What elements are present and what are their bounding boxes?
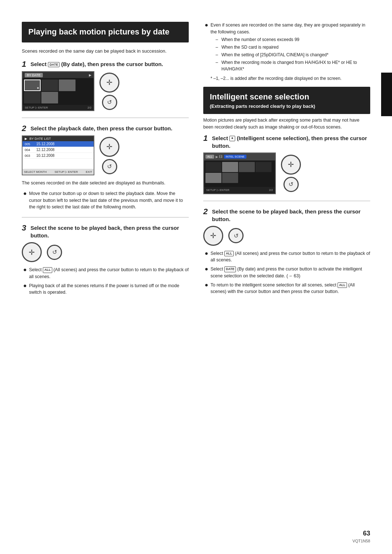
intel-toolbar-all: ALL xyxy=(205,155,214,159)
row-date-3: 10.12.2008 xyxy=(36,154,54,158)
thumb-4 xyxy=(24,92,41,103)
right-bullet-dot-1: ● xyxy=(205,22,208,28)
step-1-number: 1 xyxy=(22,60,28,68)
sub-bullet-2: – When the SD card is repaired xyxy=(216,44,370,50)
divider-2 xyxy=(22,217,189,217)
datelist-footer-mid: SETUP ▷ ENTER xyxy=(54,170,78,174)
thumb-3 xyxy=(59,80,75,91)
row-date-1: 15.12.2008 xyxy=(36,142,54,146)
intel-step-2-number: 2 xyxy=(203,208,210,216)
intel-bullet-dot-1: ● xyxy=(205,250,208,256)
sub-bullets: – When the number of scenes exceeds 99 –… xyxy=(216,36,370,72)
sub-bullet-4: – When the recording mode is changed fro… xyxy=(216,59,370,72)
bullet-dot-1: ● xyxy=(23,191,27,196)
intel-subtitle: (Extracting parts recorded clearly to pl… xyxy=(210,103,364,109)
intel-toolbar-icons: ▶ 🎞 xyxy=(216,155,222,159)
date-badge-intel-2: DATE xyxy=(224,266,236,272)
intel-intro: Motion pictures are played back after ex… xyxy=(203,117,370,131)
bydate-setup: SETUP ▷ ENTER xyxy=(25,106,48,109)
right-top-bullets: ● Even if scenes are recorded on the sam… xyxy=(205,22,370,82)
nav-buttons-step1: ✛ ↺ xyxy=(99,73,119,110)
row-num-3: 003 xyxy=(25,154,33,158)
sub-bullet-4-text: When the recording mode is changed from … xyxy=(221,59,370,72)
intel-thumb-3 xyxy=(239,162,255,172)
thumb-2 xyxy=(41,80,58,91)
step2-note: The scenes recorded on the date selected… xyxy=(22,180,189,187)
sub-dash-2: – xyxy=(216,44,219,50)
intel-bullet-3: ● To return to the intelligent scene sel… xyxy=(205,282,370,296)
step2-bullet-1-text: Move the cursor button up or down to sel… xyxy=(29,190,189,211)
intel-step-1-number: 1 xyxy=(203,134,210,142)
step3-device-row: ✛ ↺ xyxy=(22,242,189,262)
sub-dash-4: – xyxy=(216,59,219,66)
intel-step-1-text: Select ✦ (Intelligent scene selection), … xyxy=(212,134,370,150)
screen-bydate-toolbar: BY DATE ▶ xyxy=(23,72,94,78)
datelist-footer-exit: EXIT xyxy=(86,170,92,174)
left-column: Playing back motion pictures by date Sce… xyxy=(22,22,189,302)
nav-circle-intel-step2-2: ↺ xyxy=(228,228,244,243)
datelist-footer-left: SELECT MONTH xyxy=(24,170,47,174)
datelist-screen: ▶ BY DATE LIST 005 15.12.2008 004 12.12.… xyxy=(22,135,94,175)
intel-setup-label: SETUP ▷ ENTER xyxy=(206,188,229,192)
step3-bullet-2: ● Playing back of all the scenes returns… xyxy=(23,282,189,296)
right-bullet-1-text: Even if scenes are recorded on the same … xyxy=(211,23,365,34)
intel-bullet-dot-3: ● xyxy=(205,282,208,288)
intel-bullet-1: ● Select ALL (All scenes) and press the … xyxy=(205,250,370,264)
sub-bullet-3-text: When the setting of [25pDIGITAL CINEMA] … xyxy=(221,52,328,58)
sub-dash-3: – xyxy=(216,52,219,58)
datelist-icon: ▶ xyxy=(25,137,27,140)
sub-bullet-1: – When the number of scenes exceeds 99 xyxy=(216,36,370,43)
intel-step-2-text: Select the scene to be played back, then… xyxy=(212,208,370,223)
all-badge-step3: ALL xyxy=(43,267,52,273)
intel-step2-bullets: ● Select ALL (All scenes) and press the … xyxy=(205,250,370,296)
section-title-left: Playing back motion pictures by date xyxy=(28,27,182,37)
nav-circle-step3-1: ✛ xyxy=(22,242,42,262)
row-num-2: 004 xyxy=(25,148,33,152)
intel-bullet-dot-2: ● xyxy=(205,266,208,272)
page-footer: 63 VQT1N58 xyxy=(352,530,370,543)
right-column: ● Even if scenes are recorded on the sam… xyxy=(203,22,370,302)
intel-step-2: 2 Select the scene to be played back, th… xyxy=(203,208,370,296)
intel-thumb-4 xyxy=(256,162,271,172)
nav-circle-sm-step2: ↺ xyxy=(102,159,117,174)
step-1-heading: 1 Select DATE (By date), then press the … xyxy=(22,60,189,68)
intel-title: Intelligent scene selection xyxy=(210,92,364,102)
page-number: 63 xyxy=(363,530,370,537)
right-bullet-1: ● Even if scenes are recorded on the sam… xyxy=(205,22,370,82)
intel-page-label: 2/2 xyxy=(269,188,273,192)
intel-screen-toolbar: ALL ▶ 🎞 INTEL SCENE xyxy=(204,153,275,160)
all-badge-intel-3: ALL xyxy=(338,282,347,288)
screen-bydate-bottom: SETUP ▷ ENTER 2/2 xyxy=(23,105,94,110)
right-sidebar-block xyxy=(381,73,392,116)
step-3-left: 3 Select the scene to be played back, th… xyxy=(22,224,189,296)
intel-screen: ALL ▶ 🎞 INTEL SCENE xyxy=(203,152,276,194)
nav-buttons-intel-step1: ✛ ↺ xyxy=(281,155,301,192)
step3-bullet-dot-2: ● xyxy=(23,283,27,289)
divider-1 xyxy=(22,118,189,118)
page-container: Playing back motion pictures by date Sce… xyxy=(0,0,392,554)
intel-step2-device-row: ✛ ↺ xyxy=(203,226,370,246)
right-bullet-1-content: Even if scenes are recorded on the same … xyxy=(211,22,370,82)
step-3-number: 3 xyxy=(22,224,28,232)
step3-bullet-1: ● Select ALL (All scenes) and press the … xyxy=(23,266,189,280)
datelist-title: BY DATE LIST xyxy=(29,137,51,140)
intel-bullet-2-text: Select DATE (By date) and press the curs… xyxy=(211,266,370,280)
intro-text: Scenes recorded on the same day can be p… xyxy=(22,48,189,55)
step-2-number: 2 xyxy=(22,125,28,133)
datelist-row-2: 004 12.12.2008 xyxy=(23,147,94,153)
thumb-5 xyxy=(41,92,58,103)
intel-section-header: Intelligent scene selection (Extracting … xyxy=(203,87,370,114)
intel-toolbar-scene: INTEL SCENE xyxy=(224,155,246,159)
intel-badge: ✦ xyxy=(229,136,235,141)
nav-buttons-step2: ✛ ↺ xyxy=(99,137,119,174)
step3-bullet-2-text: Playing back of all the scenes returns i… xyxy=(29,282,189,296)
row-num-1: 005 xyxy=(25,142,33,146)
screen-bydate-thumbnails: ★ xyxy=(23,78,94,105)
intel-thumb-1 xyxy=(205,162,221,172)
step3-bullets: ● Select ALL (All scenes) and press the … xyxy=(23,266,189,296)
step3-bullet-dot-1: ● xyxy=(23,267,27,273)
row-date-2: 12.12.2008 xyxy=(36,148,54,152)
step1-device-row: BY DATE ▶ ★ SETUP ▷ ENTER 2/2 xyxy=(22,71,189,111)
nav-circle-main-step1: ✛ xyxy=(99,73,119,93)
step2-device-row: ▶ BY DATE LIST 005 15.12.2008 004 12.12.… xyxy=(22,135,189,175)
